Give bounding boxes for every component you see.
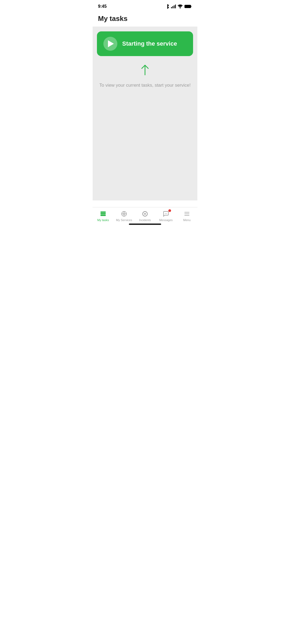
my-services-icon	[121, 210, 128, 217]
messages-icon	[162, 210, 169, 217]
wifi-icon	[177, 5, 183, 8]
svg-point-12	[123, 213, 125, 215]
nav-label-messages: Messages	[159, 218, 173, 222]
start-service-label: Starting the service	[122, 40, 177, 47]
nav-item-menu[interactable]: Menu	[176, 207, 197, 222]
play-icon	[103, 37, 117, 51]
svg-point-22	[166, 213, 166, 214]
nav-label-incidents: Incidents	[139, 218, 151, 222]
messages-badge	[168, 209, 171, 212]
empty-state: To view your current tasks, start your s…	[97, 64, 193, 89]
main-content: Starting the service To view your curren…	[93, 27, 197, 200]
play-triangle-icon	[108, 40, 114, 47]
start-service-button[interactable]: Starting the service	[97, 31, 193, 56]
my-tasks-icon	[100, 210, 107, 217]
svg-rect-0	[171, 7, 172, 8]
nav-item-my-services[interactable]: My Services	[114, 207, 135, 222]
home-indicator	[129, 224, 161, 225]
svg-rect-2	[174, 5, 175, 8]
nav-label-my-services: My Services	[116, 218, 132, 222]
svg-rect-1	[172, 6, 173, 8]
nav-item-messages[interactable]: Messages	[155, 207, 176, 222]
page-title: My tasks	[98, 14, 192, 23]
svg-rect-6	[185, 5, 189, 8]
svg-point-21	[165, 213, 165, 214]
battery-icon	[184, 5, 192, 8]
bluetooth-icon	[166, 4, 169, 9]
signal-icon	[171, 5, 176, 8]
status-bar: 9:45	[93, 0, 197, 12]
status-icons	[166, 4, 192, 9]
svg-rect-9	[101, 213, 106, 214]
header: My tasks	[93, 12, 197, 27]
arrow-up-icon	[140, 64, 150, 78]
svg-point-23	[166, 213, 167, 214]
svg-rect-3	[175, 5, 176, 8]
status-time: 9:45	[98, 4, 107, 9]
svg-point-4	[180, 8, 180, 9]
incidents-icon	[142, 210, 148, 217]
nav-label-my-tasks: My tasks	[97, 218, 109, 222]
nav-item-my-tasks[interactable]: My tasks	[93, 207, 114, 222]
menu-icon	[183, 210, 190, 217]
svg-rect-8	[101, 212, 106, 213]
nav-label-menu: Menu	[183, 218, 191, 222]
nav-item-incidents[interactable]: Incidents	[135, 207, 155, 222]
empty-state-text: To view your current tasks, start your s…	[99, 82, 191, 89]
svg-rect-10	[101, 215, 106, 216]
